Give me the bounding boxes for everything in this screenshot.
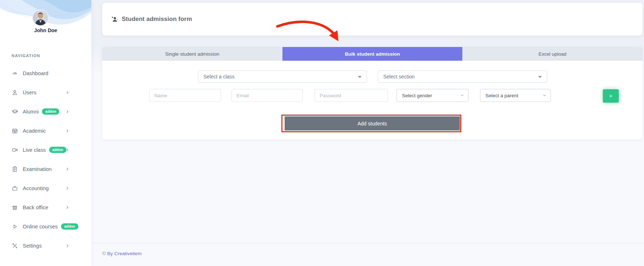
sidebar-item-label: Alumni	[23, 109, 39, 115]
sidebar-item-label: Settings	[23, 243, 42, 249]
tab-bulk-student-admission[interactable]: Bulk student admission	[282, 47, 463, 61]
addon-badge: addon	[42, 108, 59, 115]
chevron-right-icon	[65, 244, 69, 248]
tools-icon	[12, 243, 18, 249]
addon-badge: addon	[61, 223, 78, 229]
main-content: Student admission form Single student ad…	[91, 0, 644, 266]
plus-icon: +	[609, 93, 613, 100]
sidebar-item-users[interactable]: Users	[0, 83, 91, 102]
dropdown-caret-icon	[538, 76, 542, 78]
parent-select-value: Select a parent	[485, 93, 518, 98]
person-plus-icon	[111, 16, 118, 23]
dropdown-caret-icon	[358, 76, 362, 78]
sidebar-item-label: Examination	[23, 166, 52, 172]
sidebar-item-online-courses[interactable]: Online courses addon	[0, 217, 91, 236]
sidebar-item-settings[interactable]: Settings	[0, 236, 91, 255]
sidebar-item-label: Academic	[23, 128, 46, 134]
video-camera-icon	[12, 147, 18, 153]
sidebar-item-accounting[interactable]: Accounting	[0, 179, 91, 198]
tab-excel-upload[interactable]: Excel upload	[462, 47, 643, 61]
gender-select-value: Select gender	[402, 93, 432, 98]
sidebar-item-back-office[interactable]: Back office	[0, 198, 91, 217]
page-header-card: Student admission form	[102, 3, 643, 35]
navigation-section-label: NAVIGATION	[12, 53, 40, 58]
annotation-highlight-box: Add students	[281, 115, 461, 132]
school-building-icon	[12, 128, 18, 134]
play-icon	[12, 223, 18, 230]
sidebar-item-live-class[interactable]: Live class addon	[0, 140, 91, 159]
class-select-value: Select a class	[203, 74, 234, 80]
chevron-right-icon	[65, 90, 69, 94]
select-chevron-icon	[543, 94, 546, 98]
sidebar-item-label: Dashboard	[23, 70, 48, 76]
chevron-right-icon	[65, 205, 69, 209]
section-select[interactable]: Select section	[378, 70, 547, 83]
app-window: John Doe NAVIGATION Dashboard Users	[0, 0, 644, 266]
sidebar: John Doe NAVIGATION Dashboard Users	[0, 0, 91, 266]
admission-tabs: Single student admission Bulk student ad…	[102, 47, 643, 61]
admission-form-card: Single student admission Bulk student ad…	[102, 47, 643, 140]
sidebar-item-label: Accounting	[23, 185, 49, 191]
gender-select[interactable]: Select gender	[397, 89, 468, 102]
user-name: John Doe	[0, 27, 91, 33]
sidebar-nav: Dashboard Users Alumni addon	[0, 64, 91, 255]
sidebar-item-alumni[interactable]: Alumni addon	[0, 102, 91, 121]
graduation-cap-icon	[12, 108, 18, 115]
footer-divider	[91, 243, 644, 243]
sidebar-item-academic[interactable]: Academic	[0, 121, 91, 140]
add-row-button[interactable]: +	[603, 89, 619, 103]
user-avatar	[32, 9, 49, 26]
chevron-right-icon	[65, 129, 69, 133]
users-icon	[12, 89, 18, 96]
password-input[interactable]	[315, 89, 388, 102]
addon-badge: addon	[49, 147, 66, 153]
footer: © By Creativeitem	[102, 251, 142, 256]
name-input[interactable]	[149, 89, 221, 102]
sidebar-item-label: Online courses	[23, 224, 58, 229]
chevron-right-icon	[65, 186, 69, 190]
gauge-icon	[12, 70, 18, 77]
page-title: Student admission form	[122, 16, 192, 23]
chevron-right-icon	[65, 167, 69, 171]
briefcase-icon	[12, 185, 18, 192]
chevron-right-icon	[65, 110, 69, 113]
copyright-symbol: ©	[102, 251, 106, 256]
sidebar-item-label: Users	[23, 90, 36, 95]
sidebar-item-examination[interactable]: Examination	[0, 159, 91, 179]
class-select[interactable]: Select a class	[198, 70, 367, 83]
select-chevron-icon	[460, 94, 464, 98]
sidebar-item-label: Back office	[23, 205, 48, 210]
sidebar-item-label: Live class	[23, 147, 46, 153]
basket-icon	[12, 204, 18, 211]
section-select-value: Select section	[383, 74, 415, 80]
tab-single-student-admission[interactable]: Single student admission	[102, 47, 282, 61]
clipboard-icon	[12, 166, 18, 172]
add-students-button[interactable]: Add students	[285, 116, 460, 130]
sidebar-item-dashboard[interactable]: Dashboard	[0, 64, 91, 83]
creativeitem-link[interactable]: By Creativeitem	[107, 251, 142, 256]
chevron-right-icon	[65, 148, 69, 152]
parent-select[interactable]: Select a parent	[480, 89, 551, 102]
email-input[interactable]	[232, 89, 303, 102]
